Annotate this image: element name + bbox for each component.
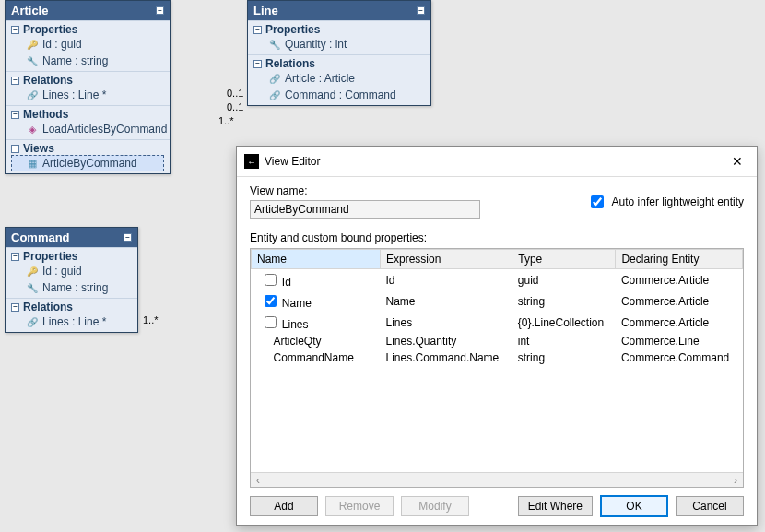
method-item[interactable]: LoadArticlesByCommand [11,121,164,137]
entity-title: Line [253,4,417,18]
relations-section[interactable]: − Relations [11,74,164,87]
view-editor-dialog: ← View Editor ✕ View name: Auto infer li… [236,146,758,526]
row-checkbox[interactable] [265,316,277,328]
relation-item[interactable]: Lines : Line * [11,87,164,103]
entity-header[interactable]: Line − [248,1,430,20]
grid-row[interactable]: LinesLines{0}.LineCollectionCommerce.Art… [252,312,743,333]
collapse-icon[interactable]: − [11,253,19,261]
method-icon [26,123,39,136]
view-name-input[interactable] [250,200,480,219]
auto-infer-checkbox[interactable] [591,195,604,208]
collapse-icon[interactable]: − [156,6,164,15]
methods-section[interactable]: − Methods [11,108,164,121]
grid-row[interactable]: NameNamestringCommerce.Article [252,290,743,312]
row-declaring-entity: Commerce.Line [616,333,743,349]
row-name: CommandName [274,351,354,364]
row-declaring-entity: Commerce.Article [616,269,743,291]
relation-item[interactable]: Command : Command [253,87,425,103]
modify-button: Modify [401,496,469,516]
scroll-right-icon[interactable]: › [728,474,743,487]
entity-title: Command [11,231,124,244]
entity-header[interactable]: Command − [6,228,137,247]
views-section[interactable]: − Views [11,142,164,155]
collapse-icon[interactable]: − [124,233,132,242]
row-type: {0}.LineCollection [512,312,616,333]
row-declaring-entity: Commerce.Article [616,290,743,312]
collapse-icon[interactable]: − [11,303,19,312]
wrench-icon [268,38,281,51]
row-type: int [512,333,616,349]
row-type: guid [512,269,616,291]
row-expression: Lines.Quantity [381,333,512,349]
view-item[interactable]: ArticleByCommand [11,155,164,171]
properties-section[interactable]: − Properties [253,23,425,36]
add-button[interactable]: Add [250,496,318,516]
row-name: Name [279,297,312,310]
row-type: string [512,349,616,366]
collapse-icon[interactable]: − [11,77,19,85]
collapse-icon[interactable]: − [11,26,19,34]
col-expression[interactable]: Expression [381,250,512,269]
entity-command[interactable]: Command − − Properties Id : guid Name : … [5,227,138,333]
col-name[interactable]: Name [252,250,381,269]
row-declaring-entity: Commerce.Article [616,312,743,333]
multiplicity-label: 1..* [143,314,159,325]
view-name-label: View name: [250,184,480,197]
link-icon [268,72,281,85]
ok-button[interactable]: OK [600,495,668,517]
col-type[interactable]: Type [512,250,616,269]
grid-label: Entity and custom bound properties: [250,231,744,244]
properties-grid: Name Expression Type Declaring Entity Id… [250,248,744,488]
property-item[interactable]: Id : guid [11,263,132,279]
scroll-left-icon[interactable]: ‹ [251,474,265,487]
row-name: Id [279,276,291,289]
cancel-button[interactable]: Cancel [676,496,744,516]
horizontal-scrollbar[interactable]: ‹ › [251,472,743,487]
key-icon [26,38,39,51]
entity-title: Article [11,4,156,18]
property-item[interactable]: Name : string [11,279,132,296]
collapse-icon[interactable]: − [253,26,262,34]
wrench-icon [26,281,39,294]
entity-header[interactable]: Article − [6,1,170,20]
relations-section[interactable]: − Relations [11,301,132,313]
entity-article[interactable]: Article − − Properties Id : guid Name : … [5,0,171,174]
close-icon[interactable]: ✕ [725,152,749,171]
view-icon [26,157,39,170]
multiplicity-label: 1..* [218,115,234,126]
dialog-titlebar[interactable]: ← View Editor ✕ [237,147,757,177]
row-checkbox[interactable] [265,274,277,286]
row-expression: Id [381,269,512,291]
multiplicity-label: 0..1 [227,88,243,99]
relations-section[interactable]: − Relations [253,57,425,70]
edit-where-button[interactable]: Edit Where [518,496,593,516]
col-declaring-entity[interactable]: Declaring Entity [616,250,743,269]
grid-row[interactable]: CommandNameLines.Command.NamestringComme… [252,349,743,366]
properties-section[interactable]: − Properties [11,23,164,36]
collapse-icon[interactable]: − [11,111,19,119]
collapse-icon[interactable]: − [11,145,19,153]
row-expression: Lines [381,312,512,333]
multiplicity-label: 0..1 [227,101,243,112]
row-declaring-entity: Commerce.Command [616,349,743,366]
grid-header-row: Name Expression Type Declaring Entity [252,250,743,269]
properties-section[interactable]: − Properties [11,250,132,263]
grid-row[interactable]: ArticleQtyLines.QuantityintCommerce.Line [252,333,743,349]
property-item[interactable]: Quantity : int [253,36,425,53]
back-icon: ← [244,154,259,169]
remove-button: Remove [325,496,394,516]
row-type: string [512,290,616,312]
grid-row[interactable]: IdIdguidCommerce.Article [252,269,743,291]
row-checkbox[interactable] [265,295,277,307]
entity-line[interactable]: Line − − Properties Quantity : int − Rel… [247,0,431,106]
property-item[interactable]: Name : string [11,53,164,69]
dialog-title: View Editor [265,155,720,168]
relation-item[interactable]: Article : Article [253,70,425,87]
collapse-icon[interactable]: − [253,60,262,68]
property-item[interactable]: Id : guid [11,36,164,53]
collapse-icon[interactable]: − [417,6,425,15]
wrench-icon [26,54,39,67]
relation-item[interactable]: Lines : Line * [11,313,132,330]
row-name: Lines [279,318,309,331]
link-icon [26,89,39,101]
